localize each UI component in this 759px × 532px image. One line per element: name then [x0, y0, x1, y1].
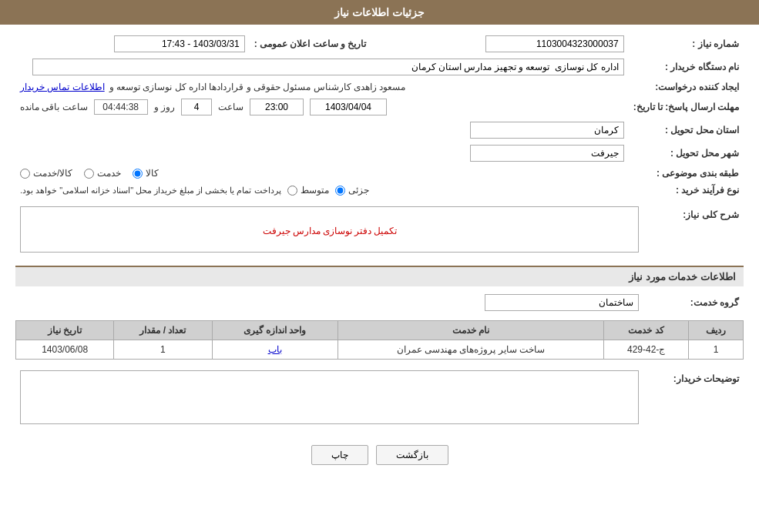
cell-code: ج-42-429	[604, 340, 689, 360]
sharh-label: شرح کلی نیاز:	[643, 203, 744, 258]
ostan-input[interactable]	[470, 122, 624, 139]
farayand-note: پرداخت تمام یا بخشی از مبلغ خریداز محل "…	[20, 186, 281, 196]
jozee-label: جزئی	[348, 185, 369, 196]
timer-display: 04:44:38	[94, 99, 148, 115]
noe-farayand-label: نوع فرآیند خرید :	[629, 182, 744, 199]
cell-tarikh: 1403/06/08	[16, 340, 114, 360]
baqi-mande-label: ساعت باقی مانده	[20, 102, 88, 112]
shomare-niaz-input[interactable]	[485, 35, 624, 52]
saat-label: ساعت	[218, 102, 243, 112]
ijad-konande-text: مسعود زاهدی کارشناس مسئول حقوقی و قراردا…	[109, 82, 406, 92]
nam-dastgah-input[interactable]	[32, 59, 624, 75]
col-tarikh: تاریخ نیاز	[16, 321, 114, 340]
chap-button[interactable]: چاپ	[311, 445, 368, 465]
khadamat-section-header: اطلاعات خدمات مورد نیاز	[15, 266, 744, 286]
col-vahed: واحد اندازه گیری	[212, 321, 338, 340]
radio-khedmat-input[interactable]	[84, 169, 94, 179]
col-code: کد خدمت	[604, 321, 689, 340]
radio-motavasset[interactable]: متوسط	[287, 185, 329, 196]
shahr-label: شهر محل تحویل :	[629, 142, 744, 165]
group-label: گروه خدمت:	[643, 291, 744, 314]
col-radif: ردیف	[688, 321, 743, 340]
kala-khedmat-label: کالا/خدمت	[33, 168, 72, 179]
radio-kala[interactable]: کالا	[133, 168, 159, 179]
services-table: ردیف کد خدمت نام خدمت واحد اندازه گیری ت…	[15, 320, 744, 360]
tabaqebandi-label: طبقه بندی موضوعی :	[629, 165, 744, 182]
table-row: 1 ج-42-429 ساخت سایر پروژه‌های مهندسی عم…	[16, 340, 744, 360]
ostan-label: استان محل تحویل :	[629, 119, 744, 142]
nam-dastgah-label: نام دستگاه خریدار :	[629, 55, 744, 79]
cell-vahed[interactable]: باب	[212, 340, 338, 360]
taziat-label: توضیحات خریدار:	[643, 367, 744, 430]
taziat-textarea[interactable]	[20, 370, 639, 424]
kala-label: کالا	[146, 168, 159, 179]
ijad-konande-label: ایجاد کننده درخواست:	[629, 79, 744, 95]
radio-jozee[interactable]: جزئی	[335, 185, 369, 196]
radio-kala-khedmat[interactable]: کالا/خدمت	[20, 168, 72, 179]
group-input[interactable]	[485, 294, 639, 311]
button-row: بازگشت چاپ	[15, 445, 744, 465]
radio-jozee-input[interactable]	[335, 186, 345, 196]
roz-label: روز و	[154, 102, 175, 112]
bazgasht-button[interactable]: بازگشت	[376, 445, 448, 465]
shahr-input[interactable]	[470, 145, 624, 162]
mohlat-label: مهلت ارسال پاسخ: تا تاریخ:	[629, 95, 744, 119]
sharh-textarea[interactable]	[20, 206, 639, 253]
khedmat-label: خدمت	[97, 168, 121, 179]
tamas-khardar-link[interactable]: اطلاعات تماس خریدار	[20, 82, 105, 92]
cell-radif: 1	[688, 340, 743, 360]
col-name: نام خدمت	[338, 321, 604, 340]
shomare-niaz-label: شماره نیاز :	[629, 32, 744, 55]
cell-tedad: 1	[114, 340, 212, 360]
tarikh-elaan-input[interactable]	[114, 35, 245, 52]
tarikh-elaan-label: تاریخ و ساعت اعلان عمومی :	[250, 32, 382, 55]
motavasset-label: متوسط	[301, 185, 329, 196]
radio-khedmat[interactable]: خدمت	[84, 168, 121, 179]
saat-value-input[interactable]	[250, 99, 304, 115]
radio-kala-khedmat-input[interactable]	[20, 169, 30, 179]
mohlat-date-input[interactable]	[310, 99, 387, 115]
roz-value-input[interactable]	[181, 99, 212, 115]
radio-kala-input[interactable]	[133, 169, 143, 179]
col-tedad: تعداد / مقدار	[114, 321, 212, 340]
page-title: جزئیات اطلاعات نیاز	[0, 0, 759, 25]
cell-name: ساخت سایر پروژه‌های مهندسی عمران	[338, 340, 604, 360]
radio-motavasset-input[interactable]	[287, 186, 297, 196]
